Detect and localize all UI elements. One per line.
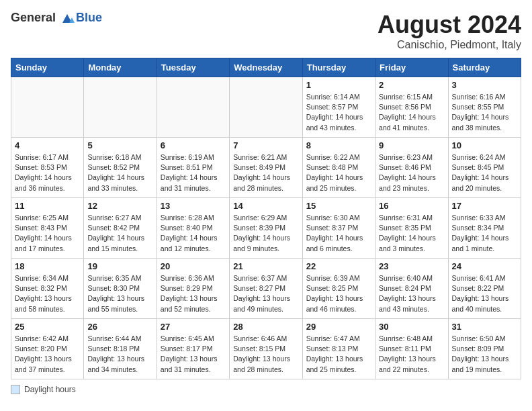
week-row-4: 18Sunrise: 6:34 AM Sunset: 8:32 PM Dayli… [11, 259, 521, 319]
calendar-cell: 2Sunrise: 6:15 AM Sunset: 8:56 PM Daylig… [375, 77, 448, 138]
calendar-cell: 31Sunrise: 6:50 AM Sunset: 8:09 PM Dayli… [448, 319, 521, 379]
day-number: 2 [379, 80, 444, 90]
day-number: 21 [233, 261, 298, 271]
calendar-cell: 20Sunrise: 6:36 AM Sunset: 8:29 PM Dayli… [157, 259, 229, 319]
day-number: 3 [452, 80, 517, 90]
calendar-cell: 27Sunrise: 6:45 AM Sunset: 8:17 PM Dayli… [157, 319, 229, 379]
calendar-cell: 19Sunrise: 6:35 AM Sunset: 8:30 PM Dayli… [84, 259, 157, 319]
calendar-cell: 4Sunrise: 6:17 AM Sunset: 8:53 PM Daylig… [11, 138, 84, 198]
day-info: Sunrise: 6:21 AM Sunset: 8:49 PM Dayligh… [233, 152, 298, 193]
day-header-sunday: Sunday [11, 58, 84, 77]
day-number: 1 [306, 80, 371, 90]
day-number: 26 [87, 322, 152, 332]
day-info: Sunrise: 6:14 AM Sunset: 8:57 PM Dayligh… [306, 92, 371, 133]
calendar-cell: 8Sunrise: 6:22 AM Sunset: 8:48 PM Daylig… [302, 138, 375, 198]
calendar-cell: 12Sunrise: 6:27 AM Sunset: 8:42 PM Dayli… [84, 198, 157, 259]
day-number: 20 [161, 261, 226, 271]
day-number: 28 [233, 322, 298, 332]
day-number: 24 [452, 261, 517, 271]
day-number: 4 [15, 140, 80, 150]
day-header-tuesday: Tuesday [157, 58, 229, 77]
day-info: Sunrise: 6:41 AM Sunset: 8:22 PM Dayligh… [452, 273, 517, 314]
day-number: 29 [306, 322, 371, 332]
logo-icon [60, 11, 75, 26]
logo-blue: Blue [76, 11, 102, 24]
location-subtitle: Canischio, Piedmont, Italy [378, 39, 521, 51]
day-info: Sunrise: 6:29 AM Sunset: 8:39 PM Dayligh… [233, 213, 298, 254]
day-info: Sunrise: 6:42 AM Sunset: 8:20 PM Dayligh… [15, 334, 80, 375]
days-header-row: SundayMondayTuesdayWednesdayThursdayFrid… [11, 58, 521, 77]
day-header-wednesday: Wednesday [230, 58, 302, 77]
calendar-cell: 13Sunrise: 6:28 AM Sunset: 8:40 PM Dayli… [157, 198, 229, 259]
day-number: 22 [306, 261, 371, 271]
day-info: Sunrise: 6:35 AM Sunset: 8:30 PM Dayligh… [87, 273, 152, 314]
day-number: 13 [161, 201, 226, 211]
calendar-cell [11, 77, 84, 138]
day-number: 31 [452, 322, 517, 332]
day-number: 30 [379, 322, 444, 332]
day-number: 23 [379, 261, 444, 271]
calendar-cell: 26Sunrise: 6:44 AM Sunset: 8:18 PM Dayli… [84, 319, 157, 379]
calendar-cell: 30Sunrise: 6:48 AM Sunset: 8:11 PM Dayli… [375, 319, 448, 379]
day-info: Sunrise: 6:45 AM Sunset: 8:17 PM Dayligh… [161, 334, 226, 375]
calendar-table: SundayMondayTuesdayWednesdayThursdayFrid… [11, 58, 521, 379]
day-number: 11 [15, 201, 80, 211]
calendar-cell: 11Sunrise: 6:25 AM Sunset: 8:43 PM Dayli… [11, 198, 84, 259]
day-info: Sunrise: 6:22 AM Sunset: 8:48 PM Dayligh… [306, 152, 371, 193]
week-row-2: 4Sunrise: 6:17 AM Sunset: 8:53 PM Daylig… [11, 138, 521, 198]
day-number: 6 [161, 140, 226, 150]
week-row-5: 25Sunrise: 6:42 AM Sunset: 8:20 PM Dayli… [11, 319, 521, 379]
legend: Daylight hours [11, 385, 521, 394]
calendar-cell: 3Sunrise: 6:16 AM Sunset: 8:55 PM Daylig… [448, 77, 521, 138]
day-number: 25 [15, 322, 80, 332]
day-info: Sunrise: 6:48 AM Sunset: 8:11 PM Dayligh… [379, 334, 444, 375]
day-header-friday: Friday [375, 58, 448, 77]
calendar-cell: 1Sunrise: 6:14 AM Sunset: 8:57 PM Daylig… [302, 77, 375, 138]
day-info: Sunrise: 6:30 AM Sunset: 8:37 PM Dayligh… [306, 213, 371, 254]
page-header: General Blue August 2024 Canischio, Pied… [11, 11, 521, 51]
day-info: Sunrise: 6:47 AM Sunset: 8:13 PM Dayligh… [306, 334, 371, 375]
calendar-cell: 21Sunrise: 6:37 AM Sunset: 8:27 PM Dayli… [230, 259, 302, 319]
day-number: 14 [233, 201, 298, 211]
day-number: 5 [87, 140, 152, 150]
day-info: Sunrise: 6:33 AM Sunset: 8:34 PM Dayligh… [452, 213, 517, 254]
day-header-thursday: Thursday [302, 58, 375, 77]
day-info: Sunrise: 6:24 AM Sunset: 8:45 PM Dayligh… [452, 152, 517, 193]
day-number: 9 [379, 140, 444, 150]
day-info: Sunrise: 6:37 AM Sunset: 8:27 PM Dayligh… [233, 273, 298, 314]
day-number: 10 [452, 140, 517, 150]
calendar-cell [84, 77, 157, 138]
day-number: 15 [306, 201, 371, 211]
day-number: 7 [233, 140, 298, 150]
legend-label: Daylight hours [24, 385, 76, 394]
calendar-cell [230, 77, 302, 138]
day-info: Sunrise: 6:40 AM Sunset: 8:24 PM Dayligh… [379, 273, 444, 314]
calendar-cell: 18Sunrise: 6:34 AM Sunset: 8:32 PM Dayli… [11, 259, 84, 319]
calendar-cell: 25Sunrise: 6:42 AM Sunset: 8:20 PM Dayli… [11, 319, 84, 379]
day-info: Sunrise: 6:31 AM Sunset: 8:35 PM Dayligh… [379, 213, 444, 254]
calendar-cell [157, 77, 229, 138]
calendar-cell: 17Sunrise: 6:33 AM Sunset: 8:34 PM Dayli… [448, 198, 521, 259]
calendar-cell: 22Sunrise: 6:39 AM Sunset: 8:25 PM Dayli… [302, 259, 375, 319]
calendar-cell: 10Sunrise: 6:24 AM Sunset: 8:45 PM Dayli… [448, 138, 521, 198]
day-info: Sunrise: 6:46 AM Sunset: 8:15 PM Dayligh… [233, 334, 298, 375]
day-info: Sunrise: 6:18 AM Sunset: 8:52 PM Dayligh… [87, 152, 152, 193]
calendar-cell: 29Sunrise: 6:47 AM Sunset: 8:13 PM Dayli… [302, 319, 375, 379]
day-info: Sunrise: 6:17 AM Sunset: 8:53 PM Dayligh… [15, 152, 80, 193]
calendar-cell: 5Sunrise: 6:18 AM Sunset: 8:52 PM Daylig… [84, 138, 157, 198]
calendar-cell: 16Sunrise: 6:31 AM Sunset: 8:35 PM Dayli… [375, 198, 448, 259]
calendar-cell: 7Sunrise: 6:21 AM Sunset: 8:49 PM Daylig… [230, 138, 302, 198]
month-year-title: August 2024 [378, 11, 521, 39]
logo-general: General [11, 11, 56, 24]
calendar-cell: 28Sunrise: 6:46 AM Sunset: 8:15 PM Dayli… [230, 319, 302, 379]
day-info: Sunrise: 6:19 AM Sunset: 8:51 PM Dayligh… [161, 152, 226, 193]
day-header-monday: Monday [84, 58, 157, 77]
calendar-cell: 9Sunrise: 6:23 AM Sunset: 8:46 PM Daylig… [375, 138, 448, 198]
logo: General Blue [11, 11, 102, 26]
legend-color-box [11, 385, 20, 394]
calendar-cell: 6Sunrise: 6:19 AM Sunset: 8:51 PM Daylig… [157, 138, 229, 198]
calendar-cell: 14Sunrise: 6:29 AM Sunset: 8:39 PM Dayli… [230, 198, 302, 259]
day-info: Sunrise: 6:28 AM Sunset: 8:40 PM Dayligh… [161, 213, 226, 254]
day-number: 19 [87, 261, 152, 271]
day-header-saturday: Saturday [448, 58, 521, 77]
